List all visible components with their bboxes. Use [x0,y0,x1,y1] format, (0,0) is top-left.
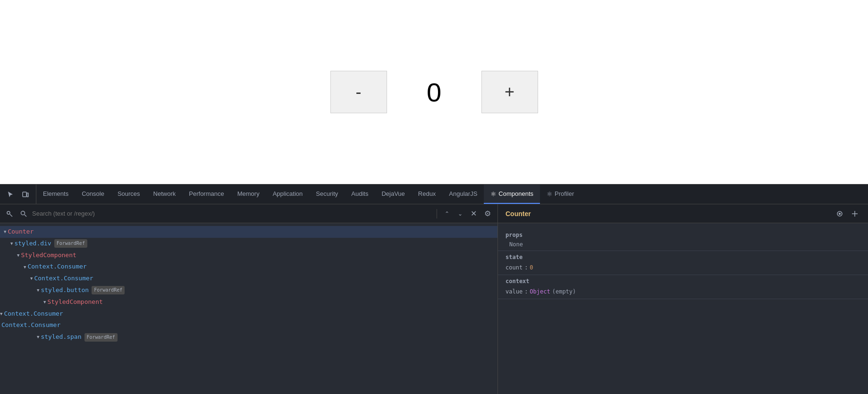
props-section: props None [498,229,868,251]
badge-styled-button: ForwardRef [92,286,125,294]
tab-label-sources: Sources [118,190,140,197]
svg-line-5 [25,215,26,217]
tab-label-components: Components [498,190,533,197]
tab-label-redux: Redux [418,190,436,197]
svg-point-2 [7,211,10,214]
tab-network[interactable]: Network [147,184,183,204]
devtools-panel: ElementsConsoleSourcesNetworkPerformance… [0,184,868,394]
tab-label-performance: Performance [189,190,224,197]
svg-point-4 [21,211,25,215]
device-icon-btn[interactable] [19,188,32,201]
tab-components[interactable]: ⚛Components [484,184,540,204]
devtools-tab-bar: ElementsConsoleSourcesNetworkPerformance… [0,184,868,204]
tab-angularjs[interactable]: AngularJS [442,184,484,204]
selected-component-name: Counter [506,210,830,218]
tab-console[interactable]: Console [75,184,111,204]
badge-styled-span: ForwardRef [84,333,118,342]
decrement-button[interactable]: - [330,71,387,113]
props-body: props None state count : 0 context [498,223,868,394]
tab-sources[interactable]: Sources [111,184,147,204]
search-input[interactable] [32,210,432,217]
context-value-colon: : [524,288,528,295]
search-close-btn[interactable]: ✕ [468,209,479,219]
search-bar: ⌃ ⌄ ✕ ⚙ [0,204,497,223]
tab-label-console: Console [82,190,104,197]
svg-point-7 [839,213,841,214]
tree-item-context-consumer-3[interactable]: ▼Context.Consumer [0,308,497,320]
state-count-key: count [506,264,522,271]
tab-label-application: Application [273,190,303,197]
props-section-title: props [506,232,860,238]
tab-label-audits: Audits [351,190,368,197]
tab-security[interactable]: Security [309,184,345,204]
tree-item-context-consumer-1[interactable]: ▼Context.Consumer [0,261,497,273]
tab-memory[interactable]: Memory [231,184,266,204]
tab-label-security: Security [316,190,338,197]
state-section-title: state [506,254,860,260]
tree-item-styled-div[interactable]: ▼styled.divForwardRef [0,238,497,250]
tab-label-profiler: Profiler [555,190,574,197]
context-value-row: value : Object (empty) [506,287,860,296]
cursor-icon-btn[interactable] [4,188,17,201]
context-section: context value : Object (empty) [498,275,868,299]
context-section-title: context [506,278,860,285]
tree-item-context-consumer-4[interactable]: Context.Consumer [0,319,497,331]
tab-performance[interactable]: Performance [182,184,230,204]
state-count-row: count : 0 [506,263,860,272]
state-count-colon: : [524,264,528,271]
context-value-key: value [506,288,522,295]
tree-item-styled-span[interactable]: ▼styled.spanForwardRef [0,331,497,343]
badge-styled-div: ForwardRef [54,239,87,248]
state-count-value: 0 [530,264,533,271]
tab-elements[interactable]: Elements [36,184,75,204]
search-next-btn[interactable]: ⌄ [455,209,465,219]
counter-value: 0 [415,77,453,108]
devtools-icon-group [0,184,36,204]
tab-dejavue[interactable]: DejaVue [375,184,411,204]
svg-rect-0 [23,192,26,197]
tab-label-dejavue: DejaVue [381,190,405,197]
tab-audits[interactable]: Audits [345,184,375,204]
devtools-body: ⌃ ⌄ ✕ ⚙ ▼Counter▼styled.divForwardRef▼St… [0,204,868,394]
tab-label-elements: Elements [43,190,68,197]
component-picker-btn[interactable] [4,208,15,219]
state-section: state count : 0 [498,251,868,275]
search-prev-btn[interactable]: ⌃ [442,209,452,219]
props-header: Counter [498,204,868,223]
tree-item-styled-button[interactable]: ▼styled.buttonForwardRef [0,285,497,296]
svg-line-3 [10,214,12,217]
tree-item-context-consumer-2[interactable]: ▼Context.Consumer [0,273,497,285]
tab-profiler[interactable]: ⚛Profiler [540,184,581,204]
tree-item-counter[interactable]: ▼Counter [0,226,497,238]
devtools-tabs-list: ElementsConsoleSourcesNetworkPerformance… [36,184,581,204]
app-area: - 0 + [0,0,868,184]
context-value-suffix: (empty) [552,288,576,295]
inspect-dom-btn[interactable] [834,208,845,219]
context-value-type: Object [530,288,550,295]
search-settings-btn[interactable]: ⚙ [481,208,494,220]
search-divider [437,209,437,218]
tree-panel: ⌃ ⌄ ✕ ⚙ ▼Counter▼styled.divForwardRef▼St… [0,204,498,394]
tab-redux[interactable]: Redux [412,184,443,204]
search-magnifier-icon [18,208,29,219]
tree-item-styled-component-2[interactable]: ▼StyledComponent [0,296,497,308]
component-tree[interactable]: ▼Counter▼styled.divForwardRef▼StyledComp… [0,223,497,394]
increment-button[interactable]: + [481,71,538,113]
svg-rect-1 [27,193,28,197]
tab-application[interactable]: Application [266,184,310,204]
view-source-btn[interactable] [849,208,860,219]
tab-label-angularjs: AngularJS [449,190,477,197]
tree-item-styled-component-1[interactable]: ▼StyledComponent [0,250,497,261]
props-none-value: None [506,241,860,248]
tab-label-network: Network [153,190,176,197]
tab-label-memory: Memory [237,190,260,197]
props-panel: Counter props None [498,204,868,394]
